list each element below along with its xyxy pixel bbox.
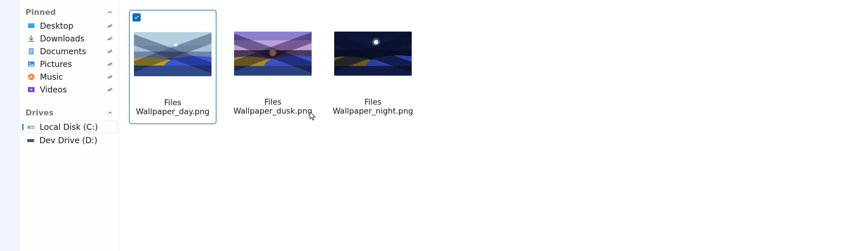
- file-name-label: Files Wallpaper_night.png: [329, 97, 416, 115]
- pin-icon[interactable]: [106, 86, 113, 93]
- file-card[interactable]: Files Wallpaper_dusk.png: [229, 10, 316, 124]
- svg-rect-7: [30, 52, 32, 53]
- svg-point-9: [30, 63, 31, 64]
- sidebar-item-label: Documents: [40, 47, 106, 56]
- drive-item-label: Dev Drive (D:): [39, 136, 97, 145]
- sidebar-item-label: Videos: [40, 85, 106, 94]
- svg-rect-5: [30, 50, 33, 50]
- pin-icon[interactable]: [106, 61, 113, 67]
- drive-item-local-disk-c[interactable]: Local Disk (C:): [22, 120, 117, 133]
- svg-rect-1: [28, 27, 34, 28]
- file-thumbnail: [229, 10, 316, 97]
- documents-icon: [27, 47, 35, 55]
- sidebar-item-music[interactable]: Music: [22, 71, 117, 83]
- file-grid: Files Wallpaper_day.png Files Wallpaper_…: [119, 0, 868, 251]
- sidebar: Pinned Desktop Downloads Documents: [20, 0, 119, 251]
- drives-section-header[interactable]: Drives: [20, 106, 119, 120]
- sidebar-item-documents[interactable]: Documents: [22, 45, 117, 58]
- sidebar-item-label: Music: [40, 72, 106, 82]
- sidebar-item-pictures[interactable]: Pictures: [22, 58, 117, 71]
- sidebar-item-desktop[interactable]: Desktop: [22, 20, 117, 32]
- file-card[interactable]: Files Wallpaper_night.png: [329, 10, 416, 124]
- window-left-gutter: [0, 0, 20, 251]
- sidebar-item-videos[interactable]: Videos: [22, 83, 117, 96]
- downloads-icon: [27, 34, 35, 43]
- desktop-icon: [27, 22, 35, 30]
- drive-icon: [27, 123, 35, 131]
- pinned-section-label: Pinned: [26, 7, 56, 17]
- videos-icon: [27, 85, 35, 93]
- pin-icon[interactable]: [106, 73, 113, 80]
- pictures-icon: [27, 60, 35, 68]
- file-name-label: Files Wallpaper_dusk.png: [229, 97, 316, 115]
- pin-icon[interactable]: [106, 22, 113, 29]
- selected-check-icon: [132, 13, 141, 22]
- chevron-up-icon: [107, 110, 113, 116]
- svg-rect-16: [28, 127, 30, 128]
- chevron-up-icon: [107, 9, 113, 16]
- sidebar-item-label: Downloads: [40, 34, 106, 44]
- pin-icon[interactable]: [106, 35, 113, 42]
- drive-item-dev-drive-d[interactable]: Dev Drive (D:): [22, 134, 117, 147]
- svg-point-17: [33, 127, 34, 128]
- file-thumbnail: [329, 10, 416, 97]
- svg-rect-13: [34, 87, 34, 92]
- music-icon: [27, 73, 35, 81]
- drive-icon: [27, 136, 35, 144]
- file-name-label: Files Wallpaper_day.png: [130, 98, 216, 116]
- file-thumbnail: [130, 10, 216, 98]
- svg-rect-12: [28, 87, 29, 92]
- drive-item-label: Local Disk (C:): [40, 122, 98, 132]
- file-card[interactable]: Files Wallpaper_day.png: [129, 10, 216, 124]
- svg-rect-6: [30, 51, 33, 52]
- svg-point-19: [33, 140, 33, 141]
- pinned-section-header[interactable]: Pinned: [20, 5, 119, 20]
- sidebar-item-label: Desktop: [40, 21, 106, 31]
- sidebar-item-label: Pictures: [40, 59, 106, 69]
- pin-icon[interactable]: [106, 48, 113, 55]
- drives-section-label: Drives: [26, 108, 54, 117]
- sidebar-item-downloads[interactable]: Downloads: [22, 32, 117, 45]
